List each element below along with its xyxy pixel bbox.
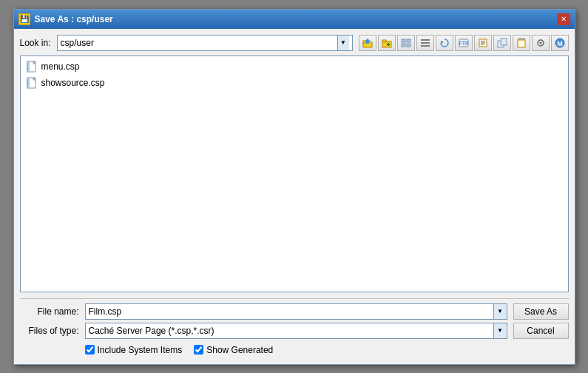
svg-text:M: M [557, 40, 563, 47]
filetype-dropdown-container: Caché Server Page (*.csp,*.csr) ▼ [85, 323, 507, 339]
file-csp-icon-2 [27, 77, 38, 89]
ftp-btn[interactable]: FTP [455, 35, 473, 51]
up-folder-btn[interactable] [359, 35, 376, 51]
dialog-body: Look in: csp/user ▼ [14, 29, 575, 364]
file-item-menu-csp[interactable]: menu.csp [24, 59, 83, 74]
svg-marker-14 [441, 41, 444, 44]
paste-btn[interactable] [513, 35, 530, 51]
filename-label: File name: [20, 306, 79, 317]
show-generated-label: Show Generated [206, 345, 273, 355]
svg-rect-4 [382, 40, 386, 42]
svg-rect-7 [402, 39, 405, 42]
filename-input-container: ▼ [85, 303, 507, 320]
filetype-value: Caché Server Page (*.csp,*.csr) [86, 323, 493, 339]
separator [20, 298, 569, 299]
file-item-showsource-csp[interactable]: showsource.csp [24, 75, 108, 90]
filename-input[interactable] [86, 304, 493, 319]
filetype-dropdown-arrow[interactable]: ▼ [493, 323, 507, 338]
svg-rect-24 [518, 40, 525, 47]
filetype-row: Files of type: Caché Server Page (*.csp,… [20, 323, 569, 339]
save-as-dialog: 💾 Save As : csp/user ✕ Look in: csp/user… [13, 9, 575, 365]
edit-btn[interactable] [474, 35, 492, 51]
cancel-button[interactable]: Cancel [513, 323, 569, 339]
include-system-items-label: Include System Items [98, 345, 183, 355]
filename-row: File name: ▼ Save As [20, 303, 569, 320]
filetype-label: Files of type: [20, 326, 79, 336]
new-folder-btn[interactable] [378, 35, 396, 51]
show-generated-checkbox-item[interactable]: Show Generated [194, 345, 273, 355]
filename-dropdown-arrow[interactable]: ▼ [493, 304, 507, 319]
detail-view-btn[interactable] [416, 35, 434, 51]
title-bar: 💾 Save As : csp/user ✕ [14, 10, 575, 29]
svg-rect-22 [501, 38, 507, 45]
tools-btn[interactable] [532, 35, 550, 51]
help-btn[interactable]: M [551, 35, 569, 51]
copy-btn[interactable] [493, 35, 511, 51]
checkbox-row: Include System Items Show Generated [20, 342, 569, 358]
file-csp-icon [27, 61, 38, 73]
file-list-area: menu.csp showsource.csp [20, 56, 569, 292]
svg-rect-9 [402, 44, 405, 47]
file-name-showsource-csp: showsource.csp [41, 78, 105, 88]
include-system-items-checkbox[interactable] [85, 345, 95, 354]
dialog-icon: 💾 [18, 13, 30, 25]
svg-rect-10 [407, 44, 410, 47]
refresh-btn[interactable] [436, 35, 453, 51]
svg-point-26 [539, 41, 541, 44]
look-in-arrow: ▼ [337, 36, 349, 50]
svg-rect-8 [407, 39, 410, 42]
svg-text:FTP: FTP [459, 41, 469, 46]
dialog-title: Save As : csp/user [35, 14, 113, 24]
save-as-button[interactable]: Save As [513, 303, 569, 320]
show-generated-checkbox[interactable] [194, 345, 203, 354]
close-button[interactable]: ✕ [557, 13, 570, 25]
toolbar-buttons: FTP [359, 35, 569, 51]
look-in-value: csp/user [61, 38, 337, 48]
file-name-menu-csp: menu.csp [41, 61, 80, 72]
list-view-btn[interactable] [397, 35, 415, 51]
bottom-section: File name: ▼ Save As Files of type: Cach… [20, 297, 569, 358]
title-bar-left: 💾 Save As : csp/user [18, 13, 113, 25]
look-in-dropdown[interactable]: csp/user ▼ [57, 35, 353, 51]
look-in-row: Look in: csp/user ▼ [20, 35, 569, 51]
include-system-items-checkbox-item[interactable]: Include System Items [85, 345, 183, 355]
look-in-label: Look in: [20, 38, 51, 48]
